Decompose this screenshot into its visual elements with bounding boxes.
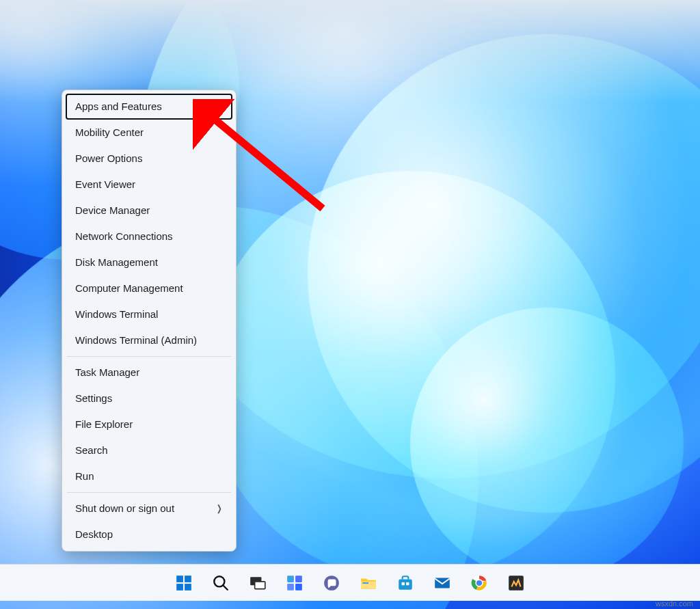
menu-item[interactable]: Run: [66, 463, 232, 489]
svg-rect-19: [406, 582, 409, 584]
svg-rect-4: [176, 584, 183, 591]
menu-item[interactable]: Disk Management: [66, 249, 232, 275]
search-icon[interactable]: [206, 568, 236, 598]
svg-rect-12: [287, 584, 294, 591]
menu-item-label: Disk Management: [75, 256, 158, 269]
menu-item-label: Windows Terminal (Admin): [75, 334, 197, 347]
menu-item-label: Mobility Center: [75, 126, 144, 139]
menu-item[interactable]: Computer Management: [66, 275, 232, 301]
menu-item-label: Shut down or sign out: [75, 502, 174, 515]
menu-item[interactable]: Power Options: [66, 146, 232, 172]
svg-rect-17: [399, 579, 412, 589]
mail-icon[interactable]: [427, 568, 457, 598]
svg-rect-2: [176, 576, 183, 582]
power-user-menu: Apps and FeaturesMobility CenterPower Op…: [62, 90, 237, 552]
start-icon[interactable]: [169, 568, 199, 598]
chrome-icon[interactable]: [464, 568, 494, 598]
menu-item[interactable]: Search: [66, 437, 232, 463]
menu-item-label: Windows Terminal: [75, 308, 158, 321]
menu-item-label: Desktop: [75, 528, 113, 541]
menu-item[interactable]: Event Viewer: [66, 172, 232, 198]
store-icon[interactable]: [390, 568, 420, 598]
menu-item-label: Network Connections: [75, 230, 173, 243]
widgets-icon[interactable]: [280, 568, 310, 598]
menu-item[interactable]: Network Connections: [66, 224, 232, 249]
menu-item[interactable]: Task Manager: [66, 360, 232, 385]
menu-item[interactable]: Mobility Center: [66, 120, 232, 146]
svg-rect-24: [509, 576, 524, 591]
menu-item-label: Event Viewer: [75, 178, 135, 191]
watermark: wsxdn.com: [656, 599, 693, 608]
svg-line-7: [223, 585, 228, 590]
menu-item[interactable]: Shut down or sign out❯: [66, 496, 232, 522]
menu-item-label: Settings: [75, 392, 112, 405]
menu-separator: [67, 356, 231, 357]
app-icon[interactable]: [501, 568, 531, 598]
svg-rect-5: [185, 584, 191, 591]
svg-rect-10: [287, 576, 294, 582]
wallpaper-fade: [0, 0, 700, 103]
menu-item-label: Task Manager: [75, 366, 139, 379]
taskbar: [0, 564, 700, 601]
menu-item[interactable]: Settings: [66, 385, 232, 411]
menu-item-label: Search: [75, 444, 108, 457]
svg-rect-9: [255, 581, 265, 588]
svg-rect-16: [362, 582, 368, 583]
menu-item-label: File Explorer: [75, 418, 133, 431]
svg-rect-13: [295, 584, 302, 591]
file-explorer-icon[interactable]: [353, 568, 383, 598]
chat-icon[interactable]: [317, 568, 347, 598]
menu-item-label: Computer Management: [75, 282, 183, 295]
svg-rect-18: [402, 582, 405, 584]
menu-item-label: Power Options: [75, 152, 142, 165]
chevron-right-icon: ❯: [217, 502, 222, 515]
svg-rect-11: [295, 576, 302, 582]
menu-item-label: Device Manager: [75, 204, 150, 217]
menu-item[interactable]: Desktop: [66, 522, 232, 547]
menu-item[interactable]: File Explorer: [66, 411, 232, 437]
svg-rect-20: [435, 578, 450, 588]
menu-item[interactable]: Windows Terminal (Admin): [66, 327, 232, 353]
task-view-icon[interactable]: [243, 568, 273, 598]
menu-item[interactable]: Windows Terminal: [66, 301, 232, 327]
menu-item[interactable]: Apps and Features: [66, 94, 232, 120]
menu-item-label: Apps and Features: [75, 100, 162, 113]
menu-separator: [67, 492, 231, 493]
menu-item-label: Run: [75, 470, 94, 483]
svg-rect-3: [185, 576, 191, 582]
menu-item[interactable]: Device Manager: [66, 198, 232, 224]
desktop: Apps and FeaturesMobility CenterPower Op…: [0, 0, 700, 609]
